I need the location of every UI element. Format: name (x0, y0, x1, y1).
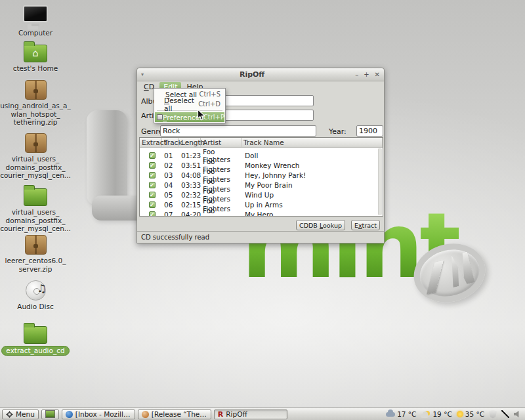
desktop-item-virtual-users-zip[interactable]: virtual_users_ domains_postfix_ courier_… (1, 133, 70, 180)
extract-button[interactable]: Extract (351, 220, 380, 230)
sun-icon (457, 411, 463, 417)
taskbar-task-ripoff[interactable]: R RipOff (214, 410, 287, 419)
mint-menu-icon (6, 411, 13, 418)
cloud-icon (386, 412, 395, 417)
archive-icon (25, 80, 47, 100)
status-text: CD successfully read (141, 234, 209, 241)
column-header-track[interactable]: Track (162, 138, 179, 147)
wallpaper-logo-shape (87, 110, 127, 205)
ripoff-icon: R (218, 411, 223, 418)
mouse-cursor (197, 109, 205, 124)
column-header-artist[interactable]: Artist (201, 138, 242, 147)
archive-icon (25, 133, 47, 153)
music-notes-icon: ♫ (37, 282, 46, 295)
system-tray: 17 °C 19 °C 35 °C (386, 410, 523, 419)
show-desktop-button[interactable] (41, 410, 59, 419)
extract-checkbox[interactable]: ✔ (149, 152, 156, 159)
taskbar: Menu [Inbox - Mozilla Thund... [Release … (0, 408, 525, 420)
extract-checkbox[interactable]: ✔ (149, 201, 156, 208)
menu-item-preferences[interactable]: Preferences Ctrl+P (155, 112, 224, 122)
column-header-length[interactable]: Length (179, 138, 201, 147)
window-menu-icon[interactable]: ▾ (141, 72, 149, 77)
desktop-item-centos-zip[interactable]: leerer_centos6.0_ server.zip (1, 235, 70, 273)
home-folder-icon: ⌂ (24, 45, 47, 62)
shield-icon[interactable] (489, 410, 497, 419)
column-header-extract[interactable]: Extract (140, 138, 162, 147)
show-desktop-icon (45, 410, 55, 418)
year-label: Year: (329, 127, 346, 136)
desktop-item-android-zip[interactable]: using_android_as_a_ wlan_hotspot_ tether… (1, 80, 70, 127)
desktop-item-label: virtual_users_ domains_postfix_ courier_… (0, 208, 71, 233)
menu-button-label: Menu (16, 410, 35, 418)
desktop-item-home[interactable]: ⌂ ctest's Home (1, 41, 70, 73)
titlebar[interactable]: ▾ RipOff – + ✕ (137, 68, 384, 81)
close-button[interactable]: ✕ (375, 71, 380, 78)
weather-applet-cloud[interactable]: 17 °C (386, 410, 416, 418)
menu-item-deselect-all[interactable]: Deselect all Ctrl+D (155, 99, 224, 109)
table-body: ✔ 01 01:23 Foo Fighters Doll ✔ 02 03:51 … (140, 148, 383, 217)
extract-checkbox[interactable]: ✔ (149, 211, 156, 217)
disc-burner-icon (142, 411, 149, 418)
extract-checkbox[interactable]: ✔ (149, 192, 156, 198)
extract-checkbox[interactable]: ✔ (149, 172, 156, 178)
folder-icon (24, 326, 47, 344)
desktop-item-label: Audio Disc (17, 303, 53, 311)
minimize-button[interactable]: – (355, 71, 358, 78)
table-row[interactable]: ✔ 01 01:23 Foo Fighters Doll (140, 148, 383, 158)
taskbar-task-release[interactable]: [Release “The Colour a... (138, 410, 211, 419)
column-header-track-name[interactable]: Track Name (242, 138, 383, 147)
weather-applet-partly-cloudy[interactable]: 19 °C (421, 410, 452, 418)
table-header: Extract Track Length Artist Track Name (140, 138, 383, 148)
desktop: { "colors": { "accent-green": "#8fb56e",… (0, 0, 525, 420)
extract-checkbox[interactable]: ✔ (149, 182, 156, 188)
accel-label: Ctrl+P (203, 114, 224, 121)
computer-icon (23, 5, 48, 22)
table-scrollbar[interactable] (378, 148, 382, 215)
desktop-item-label: virtual_users_ domains_postfix_ courier_… (0, 155, 71, 180)
desktop-item-label-selected: extract_audio_cd (1, 346, 69, 356)
folder-icon (24, 188, 47, 206)
audio-disc-icon: ♫ (26, 280, 46, 301)
edit-menu-dropdown: Select all Ctrl+S Deselect all Ctrl+D Pr… (154, 88, 226, 123)
desktop-item-audio-disc[interactable]: ♫ Audio Disc (1, 280, 70, 311)
speaker-icon[interactable] (514, 411, 522, 418)
status-bar: CD successfully read (137, 231, 384, 243)
desktop-item-label: leerer_centos6.0_ server.zip (5, 257, 66, 273)
accel-label: Ctrl+D (198, 100, 220, 108)
brush-icon[interactable] (501, 410, 509, 418)
action-buttons: CDDB Lookup Extract (137, 219, 380, 232)
house-icon: ⌂ (32, 49, 39, 58)
window-title: RipOff (149, 70, 355, 79)
accel-label: Ctrl+S (199, 91, 220, 98)
menu-button[interactable]: Menu (2, 410, 39, 419)
desktop-item-label: Computer (18, 29, 52, 37)
maximize-button[interactable]: + (364, 71, 369, 78)
genre-input[interactable] (160, 125, 316, 136)
desktop-item-virtual-users-folder[interactable]: virtual_users_ domains_postfix_ courier_… (1, 184, 70, 233)
desktop-item-extract-audio-cd[interactable]: extract_audio_cd (1, 322, 70, 356)
track-table: Extract Track Length Artist Track Name ✔… (139, 137, 383, 217)
ripoff-window: ▾ RipOff – + ✕ CD Edit Help Album: Artis… (136, 68, 385, 243)
cddb-lookup-button[interactable]: CDDB Lookup (296, 220, 345, 230)
extract-checkbox[interactable]: ✔ (149, 162, 156, 169)
partly-cloudy-icon (421, 411, 430, 418)
preferences-icon (157, 114, 163, 120)
year-input[interactable] (356, 125, 383, 136)
thunderbird-icon (66, 411, 73, 418)
weather-applet-sun[interactable]: 35 °C (457, 410, 484, 418)
desktop-item-label: using_android_as_a_ wlan_hotspot_ tether… (0, 102, 71, 127)
desktop-item-label: ctest's Home (13, 64, 58, 73)
archive-icon (25, 235, 47, 255)
taskbar-task-thunderbird[interactable]: [Inbox - Mozilla Thund... (62, 410, 135, 419)
desktop-item-computer[interactable]: Computer (1, 5, 70, 37)
